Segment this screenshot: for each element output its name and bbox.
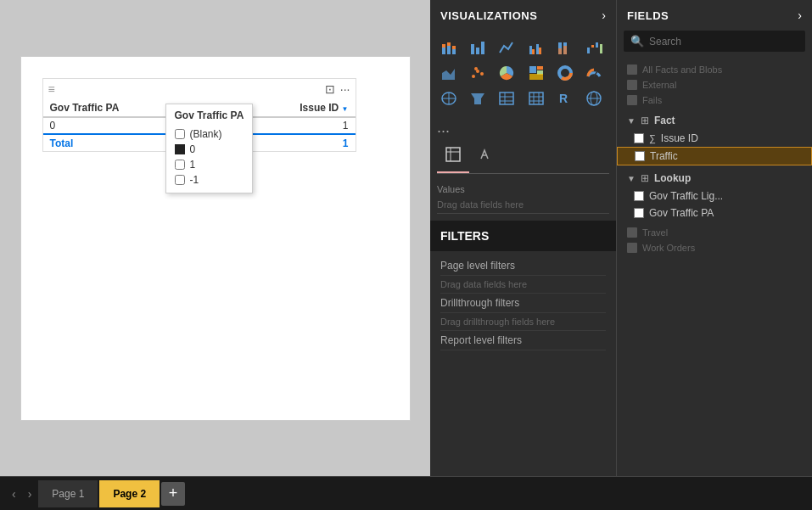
- filter-dropdown[interactable]: Gov Traffic PA (Blank) 0 1 -1: [165, 104, 254, 193]
- viz-bar-chart[interactable]: [466, 36, 490, 59]
- viz-area-chart[interactable]: [437, 61, 461, 85]
- blur-icon-1: [627, 80, 637, 90]
- viz-waterfall[interactable]: [582, 36, 606, 59]
- blurred-row-2: Fails: [617, 92, 812, 108]
- govtrafficpa-label: Gov Traffic PA: [649, 207, 714, 219]
- svg-rect-19: [596, 42, 598, 48]
- svg-rect-50: [446, 148, 460, 161]
- govtrafficlig-checkbox[interactable]: [634, 191, 644, 201]
- viz-values-section: Values Drag data fields here: [430, 174, 616, 221]
- viz-panel-title: VISUALIZATIONS: [440, 9, 537, 22]
- viz-r-custom[interactable]: R: [553, 87, 577, 110]
- item-neg1-label: -1: [190, 174, 199, 186]
- page-2-tab[interactable]: Page 2: [99, 480, 160, 507]
- dropdown-item-blank[interactable]: (Blank): [175, 126, 244, 142]
- drillthrough-filters[interactable]: Drillthrough filters: [440, 294, 606, 313]
- bottom-bar: ‹ › Page 1 Page 2 +: [0, 476, 812, 510]
- svg-rect-14: [558, 48, 562, 54]
- svg-rect-0: [442, 48, 445, 54]
- blurred-row-0: All Facts and Blobs: [617, 62, 812, 77]
- more-options-button[interactable]: ···: [340, 82, 350, 96]
- report-level-filters[interactable]: Report level filters: [440, 331, 606, 350]
- svg-rect-11: [536, 44, 539, 54]
- drag-fields-zone[interactable]: Drag data fields here: [437, 196, 609, 214]
- widget-header: ≡ ⊡ ···: [43, 79, 356, 99]
- svg-rect-20: [600, 44, 602, 53]
- dropdown-item-0[interactable]: 0: [175, 142, 244, 157]
- drag-page-filters-zone[interactable]: Drag data fields here: [440, 276, 606, 294]
- viz-100-bar[interactable]: [553, 36, 577, 59]
- focus-mode-button[interactable]: ⊡: [325, 82, 335, 96]
- blurred-text-0: All Facts and Blobs: [642, 64, 722, 75]
- svg-point-25: [474, 67, 478, 70]
- viz-globe[interactable]: [582, 87, 606, 110]
- svg-rect-8: [481, 42, 484, 54]
- viz-tab-format[interactable]: [469, 140, 501, 173]
- viz-stacked-bar[interactable]: [437, 36, 461, 59]
- blurred-bottom-1: Work Orders: [617, 240, 812, 255]
- viz-donut[interactable]: [553, 61, 577, 85]
- field-group-lookup-header[interactable]: ▼ ⊞ Lookup: [617, 169, 812, 188]
- viz-more-button[interactable]: ...: [430, 115, 616, 140]
- fields-panel-header: FIELDS ›: [617, 0, 812, 31]
- filters-title: FILTERS: [440, 229, 489, 243]
- svg-rect-4: [452, 49, 456, 54]
- item-neg1-checkbox[interactable]: [175, 175, 185, 185]
- govtrafficlig-label: Gov Traffic Lig...: [649, 190, 723, 202]
- page-level-filters[interactable]: Page level filters: [440, 256, 606, 276]
- dropdown-item-neg1[interactable]: -1: [175, 172, 244, 188]
- field-group-fact-header[interactable]: ▼ ⊞ Fact: [617, 111, 812, 130]
- field-item-govtrafficlig[interactable]: Gov Traffic Lig...: [617, 188, 812, 205]
- viz-table[interactable]: [495, 87, 518, 110]
- nav-prev-button[interactable]: ‹: [7, 484, 21, 504]
- item-1-label: 1: [190, 159, 196, 171]
- viz-gauge[interactable]: [582, 61, 606, 85]
- fields-panel-chevron-icon[interactable]: ›: [798, 8, 802, 22]
- issueid-checkbox[interactable]: [634, 133, 644, 143]
- search-icon: 🔍: [630, 35, 644, 48]
- add-page-button[interactable]: +: [161, 482, 185, 506]
- blur-icon-bottom-0: [627, 227, 637, 238]
- fields-list: All Facts and Blobs External Fails ▼ ⊞ F…: [617, 59, 812, 476]
- viz-line-chart[interactable]: [495, 36, 518, 59]
- viz-pie-chart[interactable]: [495, 61, 518, 85]
- viz-grouped-bar[interactable]: [524, 36, 548, 59]
- page-1-tab[interactable]: Page 1: [38, 480, 98, 507]
- fact-group-name: Fact: [654, 115, 675, 126]
- svg-rect-16: [563, 46, 567, 54]
- svg-rect-41: [529, 92, 543, 104]
- viz-matrix[interactable]: [524, 87, 548, 110]
- svg-rect-10: [532, 49, 535, 54]
- svg-rect-12: [539, 48, 541, 54]
- svg-rect-6: [471, 44, 474, 54]
- dropdown-item-1[interactable]: 1: [175, 157, 244, 172]
- traffic-checkbox[interactable]: [635, 151, 645, 161]
- sort-arrow-icon: ▼: [342, 105, 349, 113]
- fact-group-arrow-icon: ▼: [627, 116, 636, 126]
- field-item-traffic[interactable]: Traffic: [617, 147, 812, 165]
- sigma-icon: ∑: [649, 133, 656, 143]
- viz-funnel[interactable]: [466, 87, 490, 110]
- table-grid-icon: ⊞: [641, 115, 649, 126]
- blank-checkbox[interactable]: [175, 129, 185, 139]
- field-item-govtrafficpa[interactable]: Gov Traffic PA: [617, 205, 812, 221]
- viz-scatter[interactable]: [466, 61, 490, 85]
- field-group-lookup: ▼ ⊞ Lookup Gov Traffic Lig... Gov Traffi…: [617, 169, 812, 221]
- traffic-label: Traffic: [650, 150, 678, 162]
- nav-next-button[interactable]: ›: [23, 484, 37, 504]
- viz-tab-values[interactable]: [437, 140, 469, 173]
- svg-rect-17: [587, 48, 590, 53]
- item-1-checkbox[interactable]: [175, 160, 185, 170]
- fields-panel-title: FIELDS: [627, 9, 669, 22]
- search-box[interactable]: 🔍: [624, 31, 805, 52]
- viz-panel-chevron-icon[interactable]: ›: [602, 8, 606, 22]
- viz-treemap[interactable]: [524, 61, 548, 85]
- svg-rect-2: [447, 46, 451, 54]
- drag-drillthrough-zone[interactable]: Drag drillthrough fields here: [440, 313, 606, 331]
- widget-actions: ⊡ ···: [325, 82, 350, 96]
- viz-map[interactable]: [437, 87, 461, 110]
- svg-rect-9: [529, 46, 532, 54]
- govtrafficpa-checkbox[interactable]: [634, 208, 644, 218]
- field-item-issueid[interactable]: ∑ Issue ID: [617, 130, 812, 147]
- search-input[interactable]: [649, 36, 798, 48]
